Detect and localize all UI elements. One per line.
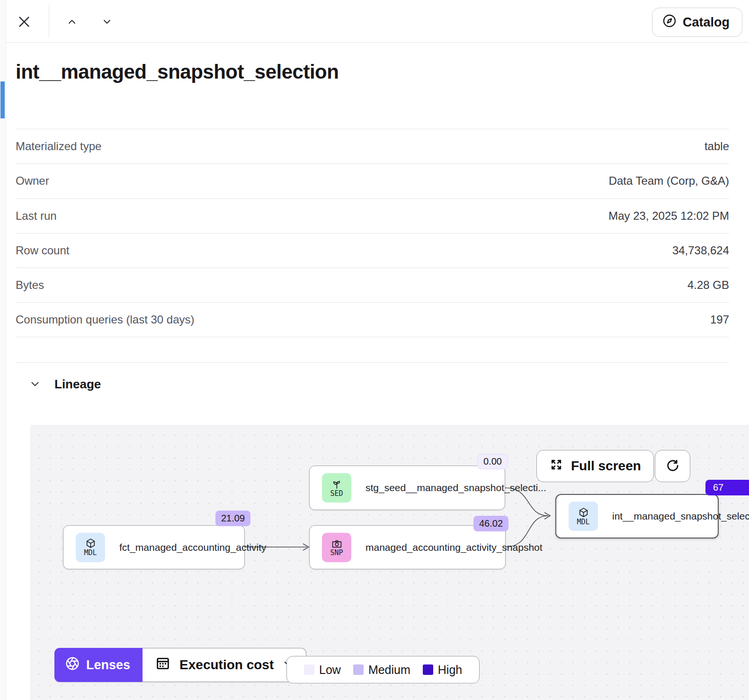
- prev-item-button[interactable]: [61, 11, 83, 34]
- lineage-node-managed-accounting-activity-snapshot[interactable]: SNP managed_accounting_activity_snapshot: [309, 525, 506, 569]
- catalog-detail-panel: Catalog int__managed_snapshot_selection …: [0, 0, 749, 700]
- lineage-node-fct-managed-accounting-activity[interactable]: MDL fct_managed_accounting_activity: [63, 525, 245, 569]
- chevron-up-icon: [66, 16, 78, 29]
- toolbar-divider: [49, 5, 49, 38]
- model-icon: MDL: [569, 502, 598, 531]
- chevron-down-icon: [101, 16, 113, 29]
- close-button[interactable]: [13, 11, 36, 34]
- snapshot-icon: SNP: [322, 533, 351, 562]
- node-label: managed_accounting_activity_snapshot: [366, 542, 543, 553]
- metadata-value: 197: [710, 313, 729, 326]
- metadata-label: Owner: [16, 174, 49, 188]
- lenses-button-label: Lenses: [86, 658, 130, 673]
- fullscreen-button[interactable]: Full screen: [536, 450, 654, 482]
- metadata-row: Bytes 4.28 GB: [16, 268, 729, 302]
- close-icon: [17, 14, 32, 31]
- refresh-icon: [666, 458, 680, 474]
- underlying-page-edge: [0, 0, 6, 700]
- chevron-down-icon: [29, 378, 41, 392]
- model-icon: MDL: [76, 533, 105, 562]
- node-label: int__managed_snapshot_selection: [612, 511, 749, 522]
- node-label: stg_seed__managed_snapshot_selecti...: [366, 482, 546, 494]
- metadata-row: Row count 34,738,624: [16, 233, 729, 268]
- legend-item-low: Low: [304, 663, 341, 677]
- next-item-button[interactable]: [96, 11, 118, 34]
- lens-selected-label: Execution cost: [179, 657, 274, 673]
- page-title: int__managed_snapshot_selection: [16, 61, 339, 83]
- cost-legend: Low Medium High: [286, 656, 480, 683]
- execution-cost-badge: 67: [705, 480, 749, 495]
- node-type-code: SED: [330, 490, 343, 498]
- execution-cost-icon: [155, 655, 171, 675]
- metadata-label: Materialized type: [16, 140, 101, 153]
- legend-label: High: [438, 663, 462, 677]
- lineage-collapse-toggle[interactable]: [27, 376, 44, 393]
- lineage-canvas[interactable]: MDL fct_managed_accounting_activity 21.0…: [30, 425, 749, 700]
- node-type-code: MDL: [577, 519, 589, 526]
- metadata-label: Row count: [16, 244, 69, 257]
- legend-item-medium: Medium: [353, 663, 410, 677]
- catalog-button-label: Catalog: [683, 15, 730, 30]
- toolbar: Catalog: [6, 0, 749, 43]
- lineage-node-stg-seed-managed-snapshot-selection[interactable]: SED stg_seed__managed_snapshot_selecti..…: [309, 466, 505, 510]
- lineage-section-title: Lineage: [54, 377, 101, 392]
- seed-icon: SED: [322, 473, 351, 503]
- refresh-button[interactable]: [655, 450, 690, 482]
- metadata-value: 4.28 GB: [687, 278, 729, 292]
- node-type-code: SNP: [330, 549, 343, 557]
- metadata-label: Bytes: [16, 278, 44, 292]
- lens-selector[interactable]: Execution cost: [143, 648, 306, 682]
- scroll-indicator: [0, 81, 5, 118]
- node-type-code: MDL: [84, 549, 97, 557]
- metadata-row: Materialized type table: [16, 129, 729, 163]
- execution-cost-badge: 21.09: [215, 511, 250, 526]
- legend-swatch-medium: [353, 664, 364, 675]
- compass-icon: [662, 13, 677, 32]
- execution-cost-badge: 46.02: [473, 516, 508, 531]
- lenses-button[interactable]: Lenses: [54, 648, 143, 682]
- section-divider: [16, 362, 729, 363]
- metadata-row: Owner Data Team (Corp, G&A): [16, 163, 729, 198]
- legend-item-high: High: [423, 663, 462, 677]
- metadata-label: Last run: [16, 209, 57, 223]
- legend-swatch-low: [304, 664, 314, 675]
- aperture-icon: [65, 656, 80, 674]
- lenses-control: Lenses Execution cost: [54, 648, 306, 682]
- metadata-value: table: [704, 140, 729, 153]
- legend-swatch-high: [423, 664, 433, 675]
- execution-cost-badge: 0.00: [477, 454, 508, 469]
- expand-icon: [549, 458, 563, 475]
- node-label: fct_managed_accounting_activity: [119, 542, 267, 553]
- lineage-node-int-managed-snapshot-selection[interactable]: MDL int__managed_snapshot_selection: [555, 494, 719, 538]
- metadata-list: Materialized type table Owner Data Team …: [16, 129, 729, 337]
- metadata-row: Last run May 23, 2025 12:02 PM: [16, 198, 729, 233]
- fullscreen-button-label: Full screen: [571, 458, 641, 474]
- catalog-button[interactable]: Catalog: [652, 8, 742, 37]
- metadata-label: Consumption queries (last 30 days): [16, 313, 195, 326]
- metadata-value: May 23, 2025 12:02 PM: [608, 209, 729, 223]
- metadata-value: Data Team (Corp, G&A): [609, 174, 729, 188]
- legend-label: Medium: [368, 663, 410, 677]
- metadata-row: Consumption queries (last 30 days) 197: [16, 302, 729, 337]
- metadata-value: 34,738,624: [672, 244, 729, 257]
- legend-label: Low: [319, 663, 341, 677]
